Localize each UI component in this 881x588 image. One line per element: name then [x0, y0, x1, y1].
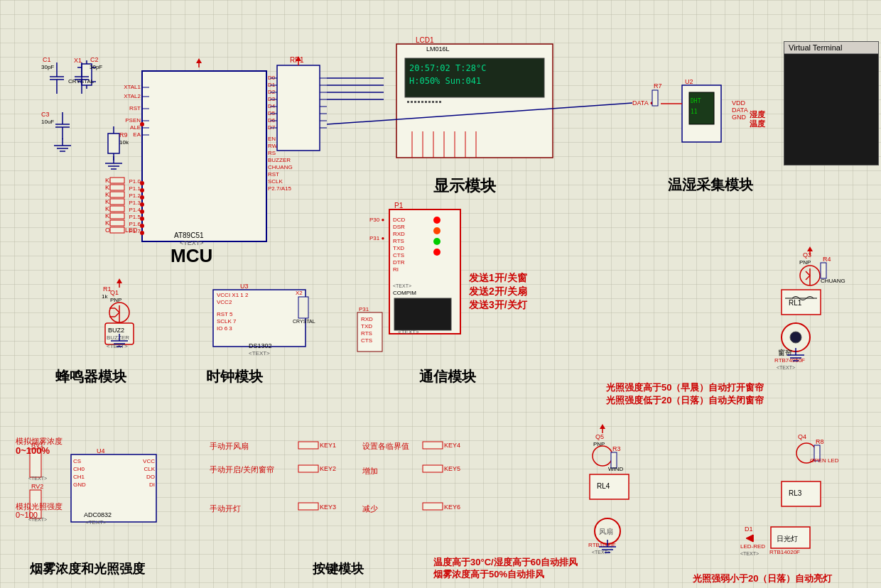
svg-point-222: [782, 323, 810, 352]
svg-text:RST: RST: [268, 171, 279, 178]
svg-rect-121: [396, 44, 553, 158]
svg-text:10k: 10k: [119, 139, 129, 146]
svg-text:CHUANG: CHUANG: [268, 164, 293, 170]
svg-point-311: [140, 202, 144, 207]
svg-text:<TEXT>: <TEXT>: [777, 365, 795, 370]
svg-text:C3: C3: [41, 111, 50, 118]
svg-text:D5 8: D5 8: [268, 110, 280, 116]
svg-point-315: [140, 231, 144, 235]
circuit-wires: X1 CRYSTAL C1 30pF C2 30pF C3 10uF: [0, 0, 881, 588]
svg-text:RP1: RP1: [290, 56, 304, 64]
svg-text:KEY5: KEY5: [105, 205, 121, 212]
svg-text:CRYSTAL: CRYSTAL: [68, 78, 94, 85]
mcu-label: MCU: [171, 245, 212, 267]
svg-text:<TEXT>: <TEXT>: [249, 350, 270, 356]
svg-marker-11: [281, 69, 287, 74]
svg-text:KEY7: KEY7: [105, 219, 121, 227]
vt-title: Virtual Terminal: [789, 43, 842, 52]
svg-text:Q1: Q1: [110, 289, 119, 296]
manual-fan-label: 手动开风扇: [210, 441, 249, 452]
svg-text:DS1302: DS1302: [249, 342, 272, 349]
svg-text:PNP: PNP: [799, 259, 811, 266]
svg-rect-117: [110, 206, 124, 212]
svg-text:R8: R8: [816, 438, 824, 445]
svg-rect-146: [689, 92, 714, 124]
svg-text:KEY2: KEY2: [105, 184, 121, 191]
svg-text:P1.2: P1.2: [129, 192, 141, 199]
svg-text:PSEN: PSEN: [125, 117, 141, 124]
svg-text:CRYSTAL: CRYSTAL: [293, 319, 315, 324]
svg-rect-244: [782, 481, 821, 506]
svg-text:RST 5: RST 5: [217, 311, 233, 317]
svg-text:KEY3: KEY3: [320, 503, 336, 511]
svg-text:VDD: VDD: [732, 99, 746, 107]
svg-text:CLK: CLK: [144, 466, 155, 472]
smoke-pct-label: 0~100%: [16, 445, 50, 456]
svg-text:D7: D7: [268, 124, 276, 131]
svg-text:Q3: Q3: [803, 251, 811, 258]
svg-rect-14: [82, 64, 92, 85]
svg-rect-115: [110, 192, 124, 197]
svg-rect-233: [590, 474, 629, 499]
svg-text:GND: GND: [732, 114, 747, 121]
svg-rect-231: [611, 452, 617, 468]
svg-rect-113: [110, 178, 124, 183]
svg-text:CH0: CH0: [73, 466, 85, 472]
svg-text:P1.7: P1.7: [129, 228, 141, 234]
svg-text:湿度: 湿度: [750, 110, 766, 119]
svg-line-163: [115, 312, 119, 317]
svg-text:RXD: RXD: [393, 231, 405, 237]
svg-rect-204: [357, 312, 382, 352]
comm-label: 通信模块: [419, 367, 476, 386]
svg-text:D3 6: D3 6: [268, 96, 280, 102]
svg-marker-301: [600, 424, 605, 429]
svg-point-229: [593, 446, 612, 466]
svg-text:LM016L: LM016L: [426, 45, 450, 53]
svg-text:RTS: RTS: [361, 330, 372, 337]
svg-rect-254: [71, 454, 156, 522]
svg-text:RS: RS: [268, 150, 276, 156]
svg-rect-116: [110, 199, 124, 205]
svg-rect-119: [110, 220, 124, 226]
svg-text:P30 ●: P30 ●: [369, 217, 384, 223]
svg-text:KEY1: KEY1: [320, 442, 336, 449]
svg-marker-104: [296, 56, 301, 61]
svg-text:TXD: TXD: [393, 245, 404, 251]
svg-rect-242: [814, 445, 820, 461]
temp-fan-label: 温度高于30°C/湿度高于60自动排风: [433, 556, 578, 569]
svg-rect-272: [423, 442, 443, 449]
svg-rect-42: [108, 134, 119, 153]
svg-marker-13: [690, 87, 696, 92]
svg-rect-157: [652, 90, 658, 106]
svg-text:P1.0: P1.0: [129, 178, 141, 185]
svg-text:LED-RED: LED-RED: [740, 543, 765, 550]
svg-text:XTAL1: XTAL1: [124, 84, 141, 90]
svg-text:R1: R1: [103, 285, 112, 293]
svg-text:LCD1: LCD1: [416, 36, 434, 44]
svg-rect-172: [213, 290, 306, 347]
svg-text:RV2: RV2: [31, 483, 43, 490]
svg-text:H:050%  Sun:041: H:050% Sun:041: [409, 76, 481, 86]
svg-rect-198: [394, 298, 451, 330]
send3-label: 发送3开/关灯: [469, 299, 527, 312]
svg-rect-184: [389, 209, 460, 334]
svg-text:DTR: DTR: [393, 259, 405, 266]
svg-text:RW: RW: [268, 143, 278, 149]
svg-rect-135: [436, 101, 438, 103]
set-threshold-label: 设置各临界值: [362, 441, 409, 452]
svg-text:CTS: CTS: [361, 337, 372, 344]
svg-rect-276: [298, 465, 318, 472]
svg-text:P31: P31: [359, 306, 369, 312]
svg-rect-144: [682, 85, 721, 142]
smoke-fan-label: 烟雾浓度高于50%自动排风: [433, 568, 544, 581]
svg-text:R7: R7: [654, 82, 662, 89]
svg-text:D1: D1: [745, 526, 753, 533]
svg-text:CHUANG: CHUANG: [821, 278, 845, 284]
grid-background: [0, 0, 881, 588]
svg-point-197: [433, 249, 440, 256]
manual-light-label: 手动开灯: [210, 503, 241, 514]
svg-text:RTB74950F: RTB74950F: [774, 357, 805, 364]
svg-text:PNP: PNP: [110, 297, 121, 303]
svg-text:RTB1000F: RTB1000F: [588, 542, 616, 548]
svg-text:OPEN LED: OPEN LED: [105, 227, 138, 234]
